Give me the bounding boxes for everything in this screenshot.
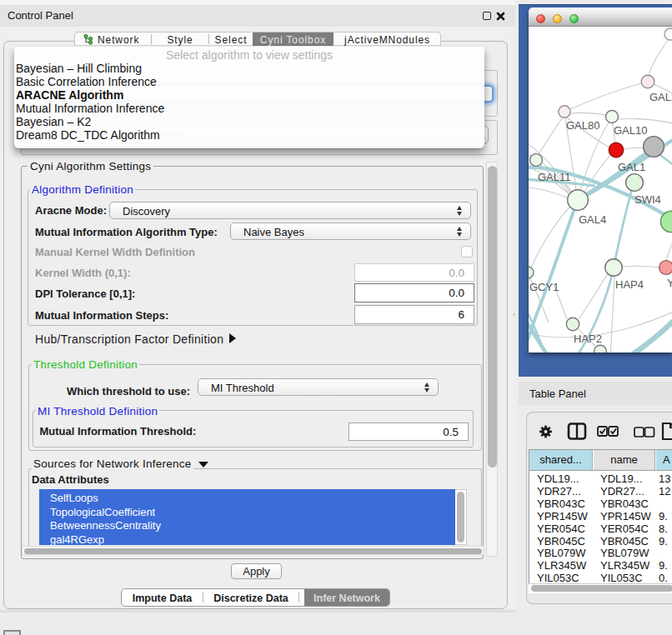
svg-text:GCY1: GCY1: [529, 281, 559, 293]
svg-text:HAP4: HAP4: [615, 278, 644, 291]
svg-text:SWI4: SWI4: [634, 193, 661, 206]
svg-text:GAL4: GAL4: [579, 213, 606, 226]
svg-text:Y: Y: [667, 277, 672, 289]
svg-text:HAP2: HAP2: [574, 332, 602, 345]
svg-text:GAL80: GAL80: [566, 119, 599, 132]
svg-text:GAL11: GAL11: [538, 171, 571, 183]
svg-text:GAL2: GAL2: [649, 91, 672, 103]
svg-text:GAL1: GAL1: [618, 161, 645, 173]
svg-text:GAL10: GAL10: [614, 124, 647, 137]
